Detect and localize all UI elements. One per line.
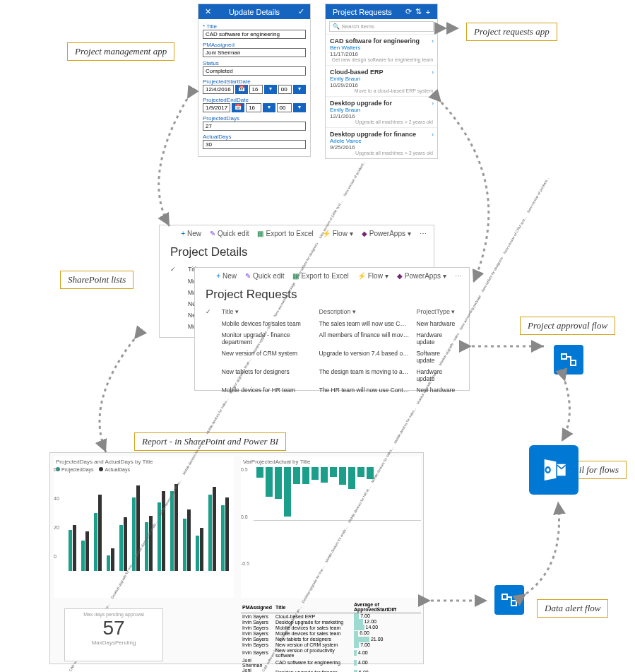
col-desc[interactable]: Description ▾	[319, 308, 410, 315]
label-sp-lists: SharePoint lists	[60, 271, 133, 289]
titlebar: Project Requests ⟳ ⇅ +	[326, 4, 437, 19]
titlebar-text: Update Details	[213, 8, 296, 16]
field-label: PMAssigned	[203, 42, 306, 48]
calendar-icon[interactable]: 📅	[235, 85, 248, 94]
chevron-down-icon[interactable]: ▾	[293, 85, 306, 94]
svg-rect-2	[502, 594, 507, 599]
refresh-icon[interactable]: ⟳	[403, 7, 413, 16]
pm-input[interactable]: Joni Sherman	[203, 48, 306, 57]
add-icon[interactable]: +	[423, 8, 433, 16]
field-label: ActualDays	[203, 134, 306, 140]
chart-projected-actual: ProjectedDays and ActualDays by Title Pr…	[54, 456, 234, 598]
titlebar: ✕ Update Details ✓	[198, 4, 310, 19]
chart-title: VarProjectedActual by Title	[241, 456, 421, 467]
item-person: Emily Braun	[330, 76, 433, 82]
chevron-down-icon[interactable]: ▾	[263, 103, 275, 112]
new-button[interactable]: +New	[181, 230, 201, 237]
project-requests-app: Project Requests ⟳ ⇅ + 🔍 Search items › …	[325, 4, 438, 159]
label-approval: Project approval flow	[520, 317, 615, 335]
report-table: PMAssignedTitleAverage of ApprovedStartD…	[241, 601, 421, 672]
new-button[interactable]: +New	[216, 272, 237, 280]
item-title: Desktop upgrade for finance	[330, 131, 433, 138]
field-label: ProjectedEndDate	[203, 97, 306, 103]
svg-rect-3	[511, 601, 516, 606]
chevron-down-icon[interactable]: ▾	[293, 103, 306, 112]
svg-rect-0	[562, 354, 566, 359]
more-icon[interactable]: ⋯	[420, 230, 427, 237]
item-date: 11/17/2016	[330, 51, 433, 57]
card-label: Max days pending approval	[65, 609, 162, 617]
export-button[interactable]: ▦Export to Excel	[257, 230, 313, 237]
table-row[interactable]: Monitor upgrade - finance departmentAll …	[195, 329, 469, 348]
minute-input[interactable]: 00	[278, 85, 292, 94]
col-title[interactable]: Title ▾	[222, 308, 312, 315]
projected-days-input[interactable]: 27	[203, 122, 306, 131]
toolbar: +New ✎Quick edit ▦Export to Excel ⚡Flow …	[195, 268, 469, 284]
status-input[interactable]: Completed	[203, 66, 306, 76]
chart-variance: VarProjectedActual by Title 0.50.0-0.5 C…	[241, 456, 421, 598]
item-desc: Upgrade all machines > 2 years old	[330, 119, 433, 124]
chevron-right-icon[interactable]: ›	[432, 100, 434, 107]
item-person: Ben Walters	[330, 45, 433, 51]
table-row[interactable]: Mobile devices for sales teamThe sales t…	[195, 318, 469, 329]
hour-input[interactable]: 16	[246, 103, 261, 112]
list-item[interactable]: › CAD software for engineering Ben Walte…	[326, 34, 437, 65]
list-item[interactable]: › Desktop upgrade for Emily Braun 12/1/2…	[326, 96, 437, 127]
list-heading: Project Details	[160, 242, 434, 263]
toolbar: +New ✎Quick edit ▦Export to Excel ⚡Flow …	[160, 225, 434, 242]
item-desc: Upgrade all machines > 3 years old	[330, 151, 433, 155]
item-desc: Get new design software for engineering …	[330, 57, 433, 62]
field-label: Status	[203, 60, 306, 66]
chevron-down-icon[interactable]: ▾	[264, 85, 277, 94]
field-label: ProjectedDays	[203, 115, 306, 122]
hour-input[interactable]: 16	[249, 85, 263, 94]
chart-title: ProjectedDays and ActualDays by Title	[54, 456, 234, 467]
chevron-right-icon[interactable]: ›	[432, 38, 434, 45]
quick-edit-button[interactable]: ✎Quick edit	[245, 272, 284, 280]
start-date-input[interactable]: 12/4/2016	[203, 85, 234, 94]
label-report: Report - in SharePoint and Power BI	[134, 432, 286, 451]
search-input[interactable]: 🔍 Search items	[329, 21, 434, 32]
flow-button[interactable]: ⚡Flow ▾	[357, 272, 388, 280]
item-title: Cloud-based ERP	[330, 69, 433, 76]
kpi-card: Max days pending approval 57 MaxDaysPend…	[64, 608, 163, 661]
titlebar-text: Project Requests	[330, 8, 403, 16]
item-person: Emily Braun	[330, 107, 433, 113]
card-value: 57	[65, 617, 162, 639]
check-icon[interactable]: ✓	[296, 7, 306, 16]
minute-input[interactable]: 00	[277, 103, 292, 112]
powerapps-button[interactable]: ◆PowerApps ▾	[397, 272, 446, 280]
chevron-right-icon[interactable]: ›	[432, 131, 434, 138]
list-item[interactable]: › Desktop upgrade for finance Adele Vanc…	[326, 127, 437, 158]
label-alert: Data alert flow	[537, 599, 608, 618]
close-icon[interactable]: ✕	[203, 7, 213, 16]
field-label: * Title	[203, 23, 306, 30]
table-row[interactable]: New version of CRM systemUpgrade to vers…	[195, 348, 469, 366]
title-input[interactable]: CAD software for engineering	[203, 30, 306, 39]
more-icon[interactable]: ⋯	[455, 272, 462, 280]
calendar-icon[interactable]: 📅	[232, 103, 244, 112]
field-label: ProjectedStartDate	[203, 78, 306, 85]
item-title: CAD software for engineering	[330, 37, 433, 45]
sp-project-requests: +New ✎Quick edit ▦Export to Excel ⚡Flow …	[194, 267, 470, 391]
powerapps-button[interactable]: ◆PowerApps ▾	[362, 230, 411, 237]
label-pm-app: Project management app	[67, 42, 174, 61]
chevron-right-icon[interactable]: ›	[432, 69, 434, 76]
item-desc: Move to a cloud-based ERP system	[330, 88, 433, 93]
item-date: 12/1/2016	[330, 113, 433, 119]
flow-icon-approval[interactable]	[554, 345, 583, 375]
flow-button[interactable]: ⚡Flow ▾	[322, 230, 353, 237]
sort-icon[interactable]: ⇅	[413, 7, 423, 16]
actual-days-input[interactable]: 30	[203, 140, 306, 149]
quick-edit-button[interactable]: ✎Quick edit	[210, 230, 249, 237]
list-item[interactable]: › Cloud-based ERP Emily Braun 10/29/2016…	[326, 65, 437, 96]
powerbi-report: ProjectedDays and ActualDays by Title Pr…	[49, 452, 424, 664]
item-title: Desktop upgrade for	[330, 100, 433, 107]
item-person: Adele Vance	[330, 138, 433, 144]
outlook-icon[interactable]	[529, 445, 578, 495]
label-pr-app: Project requests app	[466, 23, 557, 41]
col-type[interactable]: ProjectType ▾	[416, 308, 458, 315]
flow-icon-alert[interactable]	[494, 585, 524, 615]
svg-rect-1	[571, 360, 576, 365]
end-date-input[interactable]: 1/9/2017	[203, 103, 230, 112]
